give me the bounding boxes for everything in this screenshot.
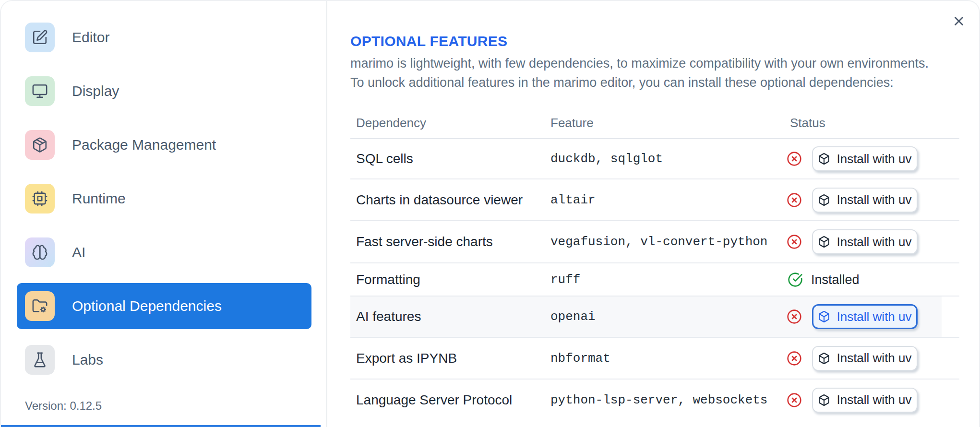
- flask-icon: [25, 345, 55, 375]
- close-icon: [952, 14, 966, 28]
- install-with-uv-button[interactable]: Install with uv: [812, 229, 918, 254]
- sidebar-item-runtime[interactable]: Runtime: [17, 176, 311, 222]
- settings-sidebar: Editor Display Package Management Runtim…: [1, 1, 327, 427]
- table-row: AI features openai Install with uv: [350, 297, 959, 338]
- install-with-uv-button[interactable]: Install with uv: [812, 304, 918, 329]
- install-button-label: Install with uv: [837, 392, 911, 407]
- description: marimo is lightweight, with few dependen…: [350, 54, 929, 92]
- description-line: To unlock additional features in the mar…: [350, 73, 929, 92]
- feature-packages: duckdb, sqlglot: [550, 152, 663, 166]
- feature-packages: python-lsp-server, websockets: [550, 393, 767, 407]
- table-row: Formatting ruff Installed: [350, 263, 959, 297]
- table-row: Charts in datasource viewer altair Insta…: [350, 179, 959, 221]
- box-icon: [818, 194, 830, 206]
- circle-x-icon: [787, 234, 802, 249]
- sidebar-item-package-management[interactable]: Package Management: [17, 122, 311, 168]
- folder-cog-icon: [25, 291, 55, 321]
- monitor-icon: [25, 76, 55, 106]
- sidebar-item-label: Optional Dependencies: [72, 298, 222, 314]
- dependency-name: Formatting: [356, 272, 420, 287]
- install-button-label: Install with uv: [837, 235, 911, 249]
- feature-packages: nbformat: [550, 351, 610, 366]
- pencil-square-icon: [25, 23, 55, 52]
- sidebar-item-ai[interactable]: AI: [17, 229, 311, 275]
- table-row: Language Server Protocol python-lsp-serv…: [350, 380, 959, 420]
- box-icon: [818, 394, 830, 406]
- box-icon: [818, 236, 830, 248]
- install-button-label: Install with uv: [837, 192, 911, 207]
- box-icon: [818, 310, 830, 323]
- circle-check-icon: [788, 272, 803, 287]
- install-with-uv-button[interactable]: Install with uv: [812, 388, 918, 413]
- package-icon: [25, 130, 55, 160]
- sidebar-item-labs[interactable]: Labs: [17, 337, 311, 383]
- feature-packages: openai: [550, 309, 596, 324]
- table-row: Fast server-side charts vegafusion, vl-c…: [350, 221, 959, 263]
- brain-icon: [25, 237, 55, 267]
- settings-screen: Editor Display Package Management Runtim…: [0, 0, 980, 427]
- feature-packages: vegafusion, vl-convert-python: [550, 235, 767, 249]
- install-button-label: Install with uv: [837, 351, 911, 366]
- column-header-dependency: Dependency: [356, 116, 426, 130]
- table-row: SQL cells duckdb, sqlglot Install with u…: [350, 139, 959, 179]
- table-row: Export as IPYNB nbformat Install with uv: [350, 338, 959, 380]
- column-header-status: Status: [790, 116, 825, 130]
- feature-packages: ruff: [550, 273, 580, 287]
- sidebar-item-label: Editor: [72, 29, 109, 46]
- version-label: Version: 0.12.5: [25, 399, 102, 413]
- feature-packages: altair: [550, 193, 596, 207]
- circle-x-icon: [787, 351, 802, 366]
- sidebar-item-label: Display: [72, 83, 119, 99]
- dependencies-table: Dependency Feature Status SQL cells duck…: [350, 107, 959, 420]
- circle-x-icon: [787, 309, 802, 324]
- sidebar-item-label: AI: [72, 244, 85, 261]
- circle-x-icon: [787, 192, 802, 208]
- description-line: marimo is lightweight, with few dependen…: [350, 54, 929, 73]
- dependency-name: Fast server-side charts: [356, 234, 493, 249]
- installed-status-label: Installed: [811, 272, 860, 287]
- install-with-uv-button[interactable]: Install with uv: [812, 146, 918, 171]
- column-header-feature: Feature: [550, 116, 594, 130]
- table-header: Dependency Feature Status: [350, 107, 959, 139]
- bottom-accent-strip: [1, 425, 321, 427]
- sidebar-item-label: Package Management: [72, 137, 216, 153]
- settings-dialog: Editor Display Package Management Runtim…: [0, 0, 980, 427]
- dependency-name: Export as IPYNB: [356, 351, 457, 366]
- sidebar-item-label: Labs: [72, 352, 103, 368]
- box-icon: [818, 153, 830, 165]
- install-button-label: Install with uv: [837, 309, 911, 324]
- cpu-icon: [25, 184, 55, 214]
- circle-x-icon: [787, 392, 802, 408]
- dependency-name: AI features: [356, 309, 421, 324]
- dependency-name: Charts in datasource viewer: [356, 192, 523, 208]
- install-with-uv-button[interactable]: Install with uv: [812, 346, 918, 371]
- page-title: OPTIONAL FEATURES: [350, 33, 507, 49]
- dependency-name: SQL cells: [356, 151, 413, 166]
- dependency-name: Language Server Protocol: [356, 392, 512, 408]
- sidebar-item-editor[interactable]: Editor: [17, 14, 311, 60]
- sidebar-item-label: Runtime: [72, 190, 126, 207]
- circle-x-icon: [787, 151, 802, 166]
- close-button[interactable]: [947, 10, 970, 33]
- sidebar-item-optional-dependencies[interactable]: Optional Dependencies: [17, 283, 311, 329]
- sidebar-item-display[interactable]: Display: [17, 68, 311, 114]
- install-with-uv-button[interactable]: Install with uv: [812, 188, 918, 213]
- box-icon: [818, 352, 830, 365]
- install-button-label: Install with uv: [837, 152, 911, 166]
